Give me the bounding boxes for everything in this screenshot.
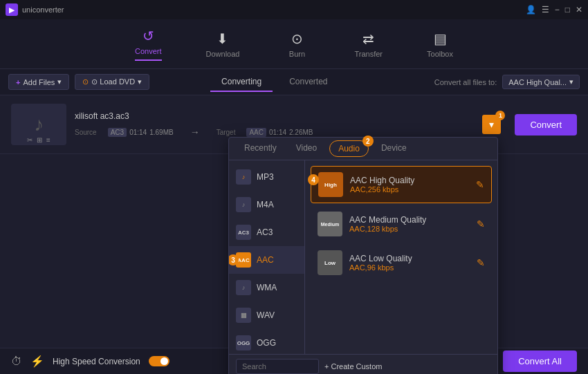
search-input[interactable]	[236, 359, 319, 374]
nav-toolbox[interactable]: ▤ Toolbox	[416, 25, 464, 64]
m4a-icon: ♪	[236, 197, 251, 212]
format-search-bar: + Create Custom	[229, 354, 497, 374]
wma-icon: ♪	[236, 280, 251, 295]
menu-icon[interactable]: ☰	[542, 5, 549, 15]
tab-device[interactable]: Device	[371, 138, 416, 160]
quality-low-icon: Low	[318, 250, 342, 275]
source-format-badge: AC3	[108, 128, 127, 137]
target-size: 2.26MB	[289, 129, 313, 136]
convert-button[interactable]: Convert	[515, 114, 577, 135]
download-nav-label: Download	[206, 50, 240, 58]
format-mp3[interactable]: ♪ MP3	[229, 163, 304, 191]
target-format-badge: AAC	[246, 128, 266, 137]
quality-low-spec: AAC,96 kbps	[349, 263, 470, 272]
tab-converting[interactable]: Converting	[210, 73, 273, 92]
quality-low-edit-icon[interactable]: ✎	[477, 257, 485, 268]
tab-device-label: Device	[381, 143, 407, 153]
format-m4a[interactable]: ♪ M4A	[229, 191, 304, 218]
mp3-icon: ♪	[236, 169, 251, 185]
target-duration: 01:14	[269, 129, 286, 136]
nav-bar: ↺ Convert ⬇ Download ⊙ Burn ⇄ Transfer ▤…	[0, 19, 588, 69]
load-dvd-button[interactable]: ⊙ ⊙ Load DVD ▾	[75, 74, 149, 90]
source-label: Source	[75, 129, 97, 136]
target-label: Target	[217, 129, 236, 136]
quality-high-icon: High	[318, 172, 343, 197]
format-ogg[interactable]: OGG OGG	[229, 329, 304, 354]
create-custom-button[interactable]: + Create Custom	[324, 362, 382, 371]
quality-high-info: AAC High Quality AAC,256 kbps	[350, 176, 469, 194]
convert-all-dropdown-icon: ▾	[569, 77, 573, 86]
transfer-nav-icon: ⇄	[362, 30, 374, 47]
load-dvd-dropdown-icon: ▾	[138, 77, 142, 86]
burn-nav-label: Burn	[289, 50, 305, 58]
title-bar: ▶ uniconverter 👤 ☰ − □ ✕	[0, 0, 588, 19]
ogg-label: OGG	[257, 338, 276, 348]
badge-2: 2	[362, 135, 374, 147]
toolbar: + Add Files ▾ ⊙ ⊙ Load DVD ▾ Converting …	[0, 69, 588, 95]
wma-label: WMA	[257, 283, 277, 292]
quality-low-info: AAC Low Quality AAC,96 kbps	[349, 254, 470, 272]
quality-high-edit-icon[interactable]: ✎	[476, 179, 484, 190]
source-duration: 01:14	[129, 129, 147, 136]
load-dvd-label: ⊙ Load DVD	[91, 77, 135, 86]
dvd-icon: ⊙	[82, 77, 89, 86]
tab-video-label: Video	[296, 143, 317, 153]
maximize-button[interactable]: □	[565, 5, 570, 15]
format-aac[interactable]: AAC AAC 3	[229, 246, 304, 274]
nav-convert[interactable]: ↺ Convert	[124, 22, 173, 66]
arrow-icon: →	[190, 127, 200, 138]
thumb-tools: ✂ ⊞ ≡	[11, 136, 66, 144]
cut-icon[interactable]: ✂	[27, 136, 33, 144]
nav-burn[interactable]: ⊙ Burn	[273, 25, 321, 64]
minimize-button[interactable]: −	[555, 5, 560, 15]
tab-converting-label: Converting	[221, 77, 261, 86]
toolbox-nav-label: Toolbox	[427, 50, 453, 58]
add-files-button[interactable]: + Add Files ▾	[8, 74, 69, 90]
target-format-item: AAC 01:14 2.26MB	[246, 128, 313, 137]
quality-medium-edit-icon[interactable]: ✎	[477, 218, 485, 230]
speed-label: High Speed Conversion	[53, 357, 140, 366]
ac3-icon: AC3	[236, 225, 251, 240]
quality-high[interactable]: High AAC High Quality AAC,256 kbps ✎	[311, 166, 492, 203]
convert-all-dropdown[interactable]: AAC High Qual... ▾	[502, 75, 580, 89]
effects-icon[interactable]: ≡	[46, 136, 50, 144]
aac-label: AAC	[257, 255, 274, 265]
add-icon: +	[16, 78, 20, 86]
tab-recently[interactable]: Recently	[235, 138, 286, 160]
nav-transfer[interactable]: ⇄ Transfer	[343, 25, 394, 64]
transfer-nav-label: Transfer	[354, 50, 383, 58]
quality-list: 4 High AAC High Quality AAC,256 kbps ✎ M…	[305, 160, 497, 354]
add-files-dropdown-icon: ▾	[57, 77, 62, 86]
format-ac3[interactable]: AC3 AC3	[229, 218, 304, 246]
format-wav[interactable]: ▦ WAV	[229, 301, 304, 329]
crop-icon[interactable]: ⊞	[37, 136, 42, 144]
quality-low[interactable]: Low AAC Low Quality AAC,96 kbps ✎	[311, 245, 492, 281]
speed-icon: ⚡	[30, 355, 44, 368]
source-size: 1.69MB	[149, 129, 173, 136]
m4a-label: M4A	[257, 200, 274, 209]
quality-medium[interactable]: Medium AAC Medium Quality AAC,128 kbps ✎	[311, 206, 492, 242]
close-button[interactable]: ✕	[576, 5, 582, 15]
format-wma[interactable]: ♪ WMA	[229, 274, 304, 301]
nav-download[interactable]: ⬇ Download	[195, 25, 251, 64]
convert-all-value: AAC High Qual...	[508, 78, 567, 86]
tab-converted[interactable]: Converted	[278, 73, 338, 92]
title-bar-left: ▶ uniconverter	[6, 3, 64, 16]
user-icon[interactable]: 👤	[526, 5, 536, 15]
create-custom-label: + Create Custom	[324, 362, 382, 371]
music-icon: ♪	[34, 113, 44, 135]
format-tabs: Recently Video Audio 2 Device	[229, 138, 497, 160]
badge-1: 1	[495, 111, 505, 120]
tab-converted-label: Converted	[289, 77, 327, 86]
toolbox-nav-icon: ▤	[434, 30, 447, 47]
tab-video[interactable]: Video	[286, 138, 327, 160]
file-name: xilisoft ac3.ac3	[75, 111, 474, 121]
ogg-icon: OGG	[236, 335, 251, 350]
convert-nav-label: Convert	[135, 47, 162, 55]
speed-toggle[interactable]	[149, 356, 169, 366]
quality-medium-icon: Medium	[318, 212, 342, 236]
mp3-label: MP3	[257, 172, 274, 182]
tab-audio[interactable]: Audio 2	[329, 140, 369, 157]
convert-all-button[interactable]: Convert All	[503, 350, 577, 372]
format-dropdown-button[interactable]: ▾ 1	[482, 115, 501, 134]
